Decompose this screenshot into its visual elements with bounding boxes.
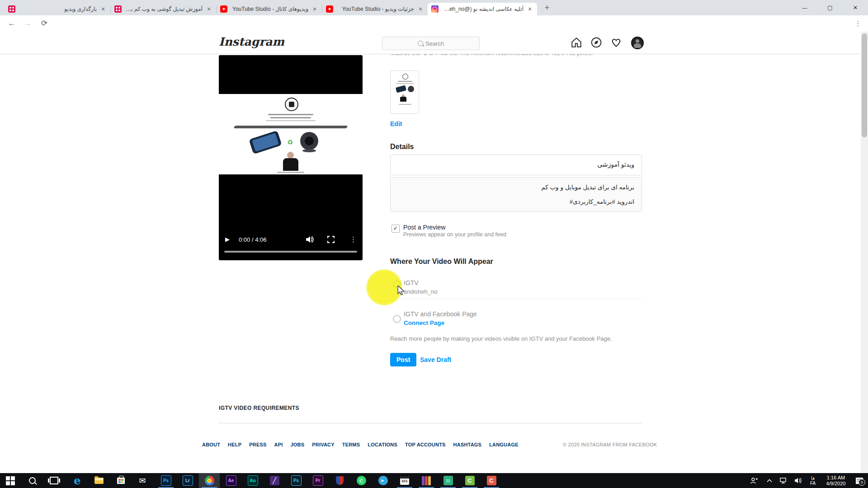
winrar-icon[interactable] xyxy=(416,473,437,488)
photoshop-icon[interactable]: Ps xyxy=(156,473,176,488)
after-effects-icon[interactable]: Ae xyxy=(221,473,241,488)
footer-link-hashtags[interactable]: HASHTAGS xyxy=(453,442,482,447)
tray-clock[interactable]: 1:16 AM 4/9/2020 xyxy=(821,473,851,488)
action-center-icon[interactable]: 5 xyxy=(853,473,866,488)
footer-nav: ABOUT HELP PRESS API JOBS PRIVACY TERMS … xyxy=(202,442,519,447)
new-tab-button[interactable]: + xyxy=(542,2,552,13)
photoshop-cs-icon[interactable]: Ps xyxy=(286,473,307,488)
tab-close-icon[interactable]: ✕ xyxy=(311,6,318,12)
search-placeholder: Search xyxy=(425,40,444,47)
footer-link-language[interactable]: LANGUAGE xyxy=(489,442,519,447)
browser-tab-aparat-upload[interactable]: بارگذاری ویدیو ✕ xyxy=(5,3,110,15)
tab-close-icon[interactable]: ✕ xyxy=(99,6,107,12)
forward-button[interactable]: → xyxy=(23,18,33,29)
footer-link-locations[interactable]: LOCATIONS xyxy=(368,442,397,447)
whatsapp-icon[interactable]: ✆ xyxy=(351,473,372,488)
youtube-favicon-icon xyxy=(326,5,333,13)
footer-link-about[interactable]: ABOUT xyxy=(202,442,220,447)
antivirus-shield-icon[interactable] xyxy=(329,473,350,488)
footer-link-jobs[interactable]: JOBS xyxy=(290,442,304,447)
home-icon[interactable] xyxy=(571,37,582,48)
title-input[interactable]: ویدئو آموزشی xyxy=(390,155,642,175)
kmplayer-icon[interactable]: 321 xyxy=(394,473,415,488)
adobe-app-icon[interactable]: ╱ xyxy=(264,473,285,488)
browser-menu-icon[interactable]: ⋮ xyxy=(853,18,863,29)
poster-person-photo xyxy=(282,152,300,171)
where-video-heading: Where Your Video Will Appear xyxy=(390,258,493,266)
camtasia-icon[interactable]: C xyxy=(459,473,480,488)
window-minimize-button[interactable]: — xyxy=(792,0,817,15)
footer-link-help[interactable]: HELP xyxy=(228,442,241,447)
browser-tab-instagram-active[interactable]: آتلیه عکاسی اندیشه نو (@andisheh_no) ✕ xyxy=(428,3,537,15)
lightroom-icon[interactable]: Lr xyxy=(177,473,198,488)
cover-thumbnail[interactable] xyxy=(390,70,419,114)
volume-icon[interactable] xyxy=(306,236,314,243)
explore-compass-icon[interactable] xyxy=(590,37,602,48)
footer-link-privacy[interactable]: PRIVACY xyxy=(312,442,334,447)
video-poster: ♻ xyxy=(219,94,363,174)
tray-network-icon[interactable] xyxy=(777,473,790,488)
description-textarea[interactable]: برنامه ای برای تبدیل موبایل و وب کم اندر… xyxy=(390,177,642,212)
window-close-button[interactable]: ✕ xyxy=(843,0,868,15)
post-preview-checkbox[interactable]: ✓ xyxy=(392,225,400,233)
save-draft-link[interactable]: Save Draft xyxy=(420,356,451,363)
browser-tab-youtube-details[interactable]: جزئیات ویدیو - YouTube Studio ✕ xyxy=(322,3,428,15)
edge-icon[interactable]: e xyxy=(67,473,88,488)
scrollbar-thumb[interactable] xyxy=(862,33,867,137)
notification-badge: 5 xyxy=(859,479,865,486)
footer-link-api[interactable]: API xyxy=(274,442,283,447)
activity-heart-icon[interactable] xyxy=(610,37,622,48)
microsoft-store-icon[interactable] xyxy=(110,473,131,488)
taskbar-search-icon[interactable] xyxy=(22,473,42,488)
audition-icon[interactable]: Au xyxy=(242,473,263,488)
tray-language-indicator[interactable]: فا FA xyxy=(807,473,819,488)
tab-title: آموزش تبدیل گوشی به وب کم با nX xyxy=(124,6,203,12)
video-progress-bar[interactable] xyxy=(224,251,357,253)
igtv-facebook-radio[interactable] xyxy=(393,315,401,323)
instagram-logo[interactable]: Instagram xyxy=(219,35,284,48)
tray-chevron-up-icon[interactable] xyxy=(763,473,776,488)
search-box[interactable]: Search xyxy=(382,37,480,50)
tab-title: ویدیوهای کانال - YouTube Studio xyxy=(230,6,308,12)
mail-icon[interactable]: ✉ xyxy=(132,473,153,488)
connect-page-link[interactable]: Connect Page xyxy=(404,319,444,326)
browser-toolbar: ← → ⟳ instagram.com/tv/upload ☆ a P ◉ ↓ … xyxy=(0,15,868,32)
task-view-icon[interactable] xyxy=(43,473,64,488)
browser-tab-youtube-videos[interactable]: ویدیوهای کانال - YouTube Studio ✕ xyxy=(217,3,322,15)
play-button-icon[interactable]: ▶ xyxy=(225,236,230,243)
telegram-icon[interactable]: ➤ xyxy=(373,473,393,488)
browser-tab-aparat-tutorial[interactable]: آموزش تبدیل گوشی به وب کم با nX ✕ xyxy=(111,3,216,15)
recycle-arrows-icon: ♻ xyxy=(287,138,293,146)
fullscreen-icon[interactable] xyxy=(327,236,335,243)
video-menu-icon[interactable]: ⋮ xyxy=(350,235,357,244)
window-maximize-button[interactable]: ▢ xyxy=(817,0,843,15)
option-divider xyxy=(390,299,642,299)
camtasia-recorder-icon[interactable]: C xyxy=(481,473,502,488)
reload-button[interactable]: ⟳ xyxy=(39,18,50,29)
tray-people-icon[interactable] xyxy=(747,473,761,488)
tab-close-icon[interactable]: ✕ xyxy=(417,6,424,12)
back-button[interactable]: ← xyxy=(6,18,17,29)
tab-close-icon[interactable]: ✕ xyxy=(205,6,212,12)
footer-link-top-accounts[interactable]: TOP ACCOUNTS xyxy=(405,442,446,447)
premiere-icon[interactable]: Pr xyxy=(307,473,328,488)
edit-cover-link[interactable]: Edit xyxy=(390,120,402,127)
page-scrollbar[interactable] xyxy=(861,32,868,473)
profile-avatar[interactable] xyxy=(631,37,644,49)
igtv-facebook-label: IGTV and Facebook Page xyxy=(404,310,477,318)
instagram-header: Instagram Search xyxy=(0,32,868,54)
chrome-icon[interactable] xyxy=(199,473,220,488)
tab-title: آتلیه عکاسی اندیشه نو (@andisheh_no) xyxy=(441,6,524,12)
tab-close-icon[interactable]: ✕ xyxy=(526,6,533,12)
details-heading: Details xyxy=(390,143,414,151)
hamster-converter-icon[interactable]: ≀≀ xyxy=(438,473,458,488)
file-explorer-icon[interactable] xyxy=(89,473,109,488)
igtv-requirements-link[interactable]: IGTV VIDEO REQUIREMENTS xyxy=(219,405,299,411)
tray-volume-icon[interactable] xyxy=(791,473,806,488)
post-button[interactable]: Post xyxy=(390,353,416,366)
video-player[interactable]: ♻ ▶ 0:00 / 4:06 ⋮ xyxy=(219,55,363,260)
lang-en-label: FA xyxy=(810,481,816,486)
start-button[interactable] xyxy=(0,473,21,488)
footer-link-press[interactable]: PRESS xyxy=(249,442,266,447)
footer-link-terms[interactable]: TERMS xyxy=(342,442,360,447)
